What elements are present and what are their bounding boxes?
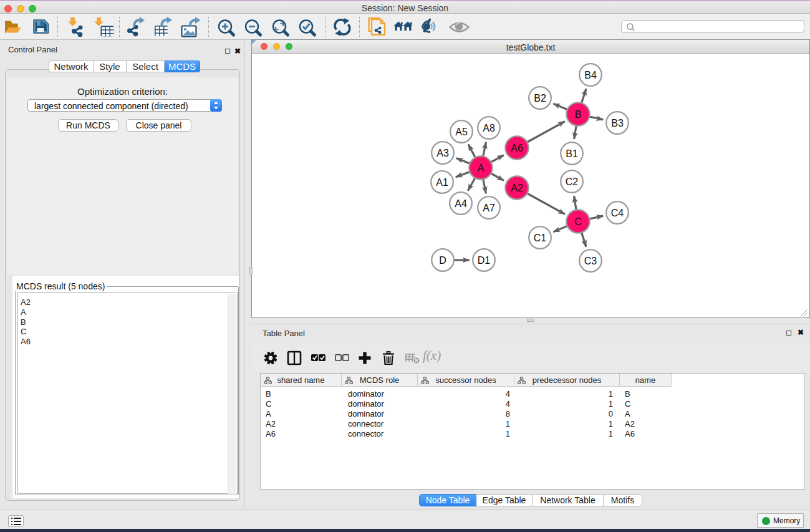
svg-text:B: B bbox=[575, 109, 582, 120]
svg-text:A2: A2 bbox=[511, 183, 523, 193]
svg-text:C2: C2 bbox=[566, 177, 579, 187]
svg-text:A1: A1 bbox=[436, 177, 448, 188]
svg-text:B3: B3 bbox=[611, 118, 624, 128]
svg-text:A4: A4 bbox=[455, 198, 467, 209]
svg-text:A7: A7 bbox=[483, 203, 495, 213]
svg-text:A8: A8 bbox=[483, 123, 495, 133]
svg-text:B4: B4 bbox=[584, 70, 597, 80]
svg-text:A3: A3 bbox=[436, 148, 449, 158]
svg-text:C4: C4 bbox=[611, 208, 624, 218]
svg-text:D: D bbox=[439, 255, 446, 266]
svg-text:C: C bbox=[574, 216, 582, 227]
svg-text:D1: D1 bbox=[478, 255, 491, 266]
svg-text:A6: A6 bbox=[511, 143, 523, 153]
svg-text:B2: B2 bbox=[534, 93, 546, 104]
svg-text:C1: C1 bbox=[534, 233, 547, 243]
svg-text:C3: C3 bbox=[584, 256, 597, 266]
svg-text:B1: B1 bbox=[566, 148, 578, 159]
svg-text:A5: A5 bbox=[455, 127, 468, 137]
svg-text:A: A bbox=[478, 163, 485, 173]
